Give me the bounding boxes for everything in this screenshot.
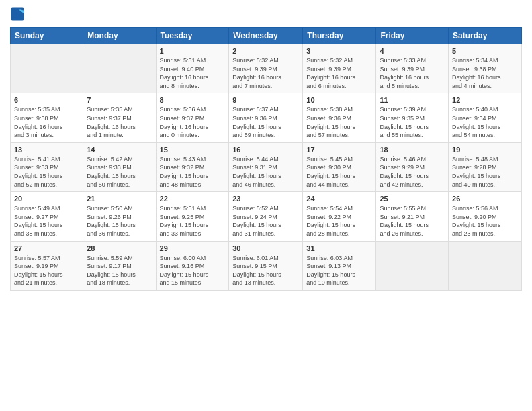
- day-info: Sunrise: 5:35 AM Sunset: 9:37 PM Dayligh…: [87, 105, 152, 139]
- calendar-cell: 2Sunrise: 5:32 AM Sunset: 9:39 PM Daylig…: [229, 44, 303, 93]
- calendar-cell: 9Sunrise: 5:37 AM Sunset: 9:36 PM Daylig…: [229, 93, 303, 142]
- day-info: Sunrise: 5:44 AM Sunset: 9:31 PM Dayligh…: [232, 155, 299, 189]
- day-number: 3: [306, 47, 372, 55]
- calendar-cell: 18Sunrise: 5:46 AM Sunset: 9:29 PM Dayli…: [376, 142, 449, 191]
- weekday-header-sunday: Sunday: [11, 28, 83, 44]
- day-number: 30: [232, 244, 299, 253]
- day-number: 17: [306, 146, 372, 154]
- day-info: Sunrise: 5:31 AM Sunset: 9:40 PM Dayligh…: [160, 56, 226, 90]
- day-info: Sunrise: 5:32 AM Sunset: 9:39 PM Dayligh…: [306, 56, 372, 90]
- calendar-cell: 24Sunrise: 5:54 AM Sunset: 9:22 PM Dayli…: [303, 192, 376, 241]
- calendar-cell: 16Sunrise: 5:44 AM Sunset: 9:31 PM Dayli…: [229, 142, 303, 191]
- day-info: Sunrise: 5:46 AM Sunset: 9:29 PM Dayligh…: [380, 155, 445, 189]
- calendar-cell: [449, 241, 522, 290]
- day-number: 7: [87, 96, 152, 104]
- day-info: Sunrise: 5:32 AM Sunset: 9:39 PM Dayligh…: [232, 56, 299, 90]
- day-info: Sunrise: 5:43 AM Sunset: 9:32 PM Dayligh…: [160, 155, 226, 189]
- day-info: Sunrise: 5:41 AM Sunset: 9:33 PM Dayligh…: [14, 155, 79, 189]
- day-number: 22: [160, 195, 226, 203]
- day-info: Sunrise: 5:57 AM Sunset: 9:19 PM Dayligh…: [14, 254, 79, 287]
- day-number: 20: [14, 195, 79, 203]
- day-number: 25: [380, 195, 445, 203]
- day-info: Sunrise: 5:36 AM Sunset: 9:37 PM Dayligh…: [160, 105, 226, 139]
- calendar-cell: 6Sunrise: 5:35 AM Sunset: 9:38 PM Daylig…: [11, 93, 83, 142]
- day-info: Sunrise: 5:59 AM Sunset: 9:17 PM Dayligh…: [87, 254, 152, 287]
- day-number: 26: [452, 195, 518, 203]
- calendar-cell: 5Sunrise: 5:34 AM Sunset: 9:38 PM Daylig…: [449, 44, 522, 93]
- day-info: Sunrise: 6:00 AM Sunset: 9:16 PM Dayligh…: [160, 254, 226, 287]
- weekday-header-monday: Monday: [83, 28, 156, 44]
- weekday-header-thursday: Thursday: [303, 28, 376, 44]
- calendar-cell: 27Sunrise: 5:57 AM Sunset: 9:19 PM Dayli…: [11, 241, 83, 290]
- svg-rect-0: [11, 7, 24, 20]
- calendar-cell: 17Sunrise: 5:45 AM Sunset: 9:30 PM Dayli…: [303, 142, 376, 191]
- calendar-cell: 30Sunrise: 6:01 AM Sunset: 9:15 PM Dayli…: [229, 241, 303, 290]
- calendar-cell: 25Sunrise: 5:55 AM Sunset: 9:21 PM Dayli…: [376, 192, 449, 241]
- day-info: Sunrise: 5:50 AM Sunset: 9:26 PM Dayligh…: [87, 204, 152, 238]
- calendar-week-4: 20Sunrise: 5:49 AM Sunset: 9:27 PM Dayli…: [11, 192, 522, 241]
- day-info: Sunrise: 5:49 AM Sunset: 9:27 PM Dayligh…: [14, 204, 79, 238]
- calendar-cell: [83, 44, 156, 93]
- calendar-cell: 26Sunrise: 5:56 AM Sunset: 9:20 PM Dayli…: [449, 192, 522, 241]
- calendar-cell: 31Sunrise: 6:03 AM Sunset: 9:13 PM Dayli…: [303, 241, 376, 290]
- day-number: 18: [380, 146, 445, 154]
- calendar-week-2: 6Sunrise: 5:35 AM Sunset: 9:38 PM Daylig…: [11, 93, 522, 142]
- day-info: Sunrise: 5:42 AM Sunset: 9:33 PM Dayligh…: [87, 155, 152, 189]
- calendar-cell: 19Sunrise: 5:48 AM Sunset: 9:28 PM Dayli…: [449, 142, 522, 191]
- calendar-week-1: 1Sunrise: 5:31 AM Sunset: 9:40 PM Daylig…: [11, 44, 522, 93]
- day-info: Sunrise: 5:38 AM Sunset: 9:36 PM Dayligh…: [306, 105, 372, 139]
- calendar-cell: 8Sunrise: 5:36 AM Sunset: 9:37 PM Daylig…: [156, 93, 229, 142]
- day-info: Sunrise: 5:39 AM Sunset: 9:35 PM Dayligh…: [380, 105, 445, 139]
- calendar-cell: [11, 44, 83, 93]
- day-number: 4: [380, 47, 445, 55]
- day-number: 15: [160, 146, 226, 154]
- day-info: Sunrise: 5:48 AM Sunset: 9:28 PM Dayligh…: [452, 155, 518, 189]
- calendar-cell: 1Sunrise: 5:31 AM Sunset: 9:40 PM Daylig…: [156, 44, 229, 93]
- weekday-header-tuesday: Tuesday: [156, 28, 229, 44]
- day-info: Sunrise: 5:52 AM Sunset: 9:24 PM Dayligh…: [232, 204, 299, 238]
- day-number: 1: [160, 47, 226, 55]
- day-info: Sunrise: 6:03 AM Sunset: 9:13 PM Dayligh…: [306, 254, 372, 287]
- calendar-cell: 7Sunrise: 5:35 AM Sunset: 9:37 PM Daylig…: [83, 93, 156, 142]
- header: [10, 7, 522, 21]
- weekday-header-row: SundayMondayTuesdayWednesdayThursdayFrid…: [11, 28, 522, 44]
- day-number: 11: [380, 96, 445, 104]
- logo-icon: [10, 7, 25, 21]
- day-info: Sunrise: 5:40 AM Sunset: 9:34 PM Dayligh…: [452, 105, 518, 139]
- day-number: 29: [160, 244, 226, 253]
- day-info: Sunrise: 5:45 AM Sunset: 9:30 PM Dayligh…: [306, 155, 372, 189]
- calendar-week-5: 27Sunrise: 5:57 AM Sunset: 9:19 PM Dayli…: [11, 241, 522, 290]
- day-number: 28: [87, 244, 152, 253]
- calendar-cell: 23Sunrise: 5:52 AM Sunset: 9:24 PM Dayli…: [229, 192, 303, 241]
- day-number: 27: [14, 244, 79, 253]
- weekday-header-saturday: Saturday: [449, 28, 522, 44]
- calendar-cell: 22Sunrise: 5:51 AM Sunset: 9:25 PM Dayli…: [156, 192, 229, 241]
- weekday-header-wednesday: Wednesday: [229, 28, 303, 44]
- day-info: Sunrise: 5:35 AM Sunset: 9:38 PM Dayligh…: [14, 105, 79, 139]
- calendar-cell: 13Sunrise: 5:41 AM Sunset: 9:33 PM Dayli…: [11, 142, 83, 191]
- day-info: Sunrise: 5:54 AM Sunset: 9:22 PM Dayligh…: [306, 204, 372, 238]
- day-number: 31: [306, 244, 372, 253]
- day-number: 24: [306, 195, 372, 203]
- calendar-cell: 29Sunrise: 6:00 AM Sunset: 9:16 PM Dayli…: [156, 241, 229, 290]
- calendar-cell: 28Sunrise: 5:59 AM Sunset: 9:17 PM Dayli…: [83, 241, 156, 290]
- day-number: 6: [14, 96, 79, 104]
- logo: [10, 7, 26, 21]
- day-number: 8: [160, 96, 226, 104]
- calendar-week-3: 13Sunrise: 5:41 AM Sunset: 9:33 PM Dayli…: [11, 142, 522, 191]
- day-number: 5: [452, 47, 518, 55]
- day-info: Sunrise: 5:51 AM Sunset: 9:25 PM Dayligh…: [160, 204, 226, 238]
- calendar-cell: 4Sunrise: 5:33 AM Sunset: 9:39 PM Daylig…: [376, 44, 449, 93]
- calendar-cell: 21Sunrise: 5:50 AM Sunset: 9:26 PM Dayli…: [83, 192, 156, 241]
- calendar: SundayMondayTuesdayWednesdayThursdayFrid…: [10, 27, 522, 291]
- calendar-cell: 10Sunrise: 5:38 AM Sunset: 9:36 PM Dayli…: [303, 93, 376, 142]
- calendar-cell: 3Sunrise: 5:32 AM Sunset: 9:39 PM Daylig…: [303, 44, 376, 93]
- day-info: Sunrise: 5:37 AM Sunset: 9:36 PM Dayligh…: [232, 105, 299, 139]
- day-number: 23: [232, 195, 299, 203]
- day-number: 2: [232, 47, 299, 55]
- day-number: 19: [452, 146, 518, 154]
- calendar-cell: 12Sunrise: 5:40 AM Sunset: 9:34 PM Dayli…: [449, 93, 522, 142]
- calendar-cell: 11Sunrise: 5:39 AM Sunset: 9:35 PM Dayli…: [376, 93, 449, 142]
- calendar-cell: 20Sunrise: 5:49 AM Sunset: 9:27 PM Dayli…: [11, 192, 83, 241]
- calendar-cell: 14Sunrise: 5:42 AM Sunset: 9:33 PM Dayli…: [83, 142, 156, 191]
